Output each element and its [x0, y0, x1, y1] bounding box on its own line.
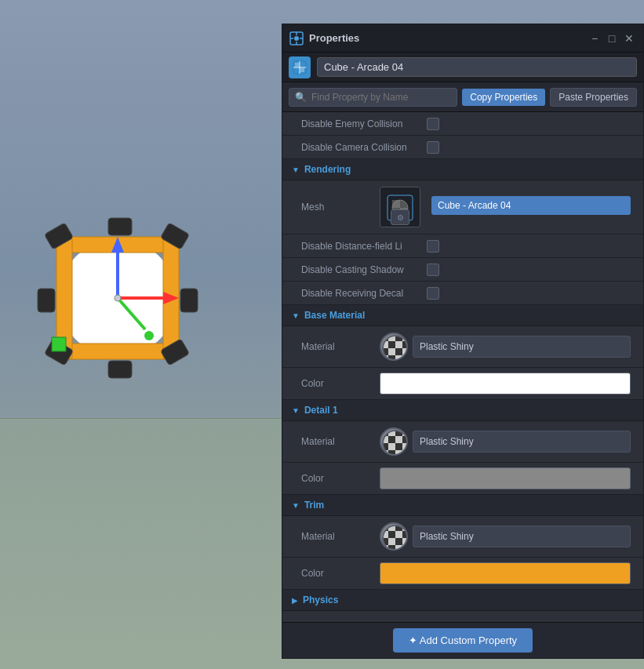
object-name-input[interactable]: [317, 57, 637, 77]
disable-receiving-decal-label: Disable Receiving Decal: [301, 288, 427, 299]
base-material-arrow-icon: ▼: [292, 311, 300, 320]
add-custom-property-button[interactable]: ✦ Add Custom Property: [393, 628, 533, 653]
base-material-label: Material: [301, 341, 380, 352]
detail1-material-name: Plastic Shiny: [413, 431, 631, 453]
trim-section-header[interactable]: ▼ Trim: [282, 495, 643, 516]
disable-enemy-checkbox[interactable]: [427, 118, 439, 130]
svg-rect-52: [402, 355, 408, 361]
disable-camera-value: [427, 141, 631, 154]
detail1-material-value: Plastic Shiny: [380, 427, 631, 456]
disable-enemy-label: Disable Enemy Collision: [301, 118, 427, 129]
properties-icon: [289, 31, 304, 46]
svg-rect-2: [56, 344, 179, 359]
cube-svg: [24, 204, 212, 392]
svg-rect-48: [402, 348, 408, 355]
disable-receiving-decal-row: Disable Receiving Decal: [282, 282, 643, 305]
svg-rect-84: [388, 538, 395, 545]
svg-rect-61: [388, 436, 395, 443]
mesh-button[interactable]: ⚙: [391, 209, 409, 225]
base-material-color-label: Color: [301, 378, 380, 389]
svg-point-22: [294, 36, 299, 41]
panel-titlebar: Properties − □ ✕: [282, 24, 643, 53]
disable-camera-collision-row: Disable Camera Collision: [282, 136, 643, 159]
trim-material-sphere[interactable]: [380, 522, 408, 551]
base-material-color-swatch[interactable]: [380, 373, 631, 394]
disable-camera-label: Disable Camera Collision: [301, 142, 427, 153]
base-material-sphere[interactable]: [380, 333, 408, 361]
mesh-label: Mesh: [301, 202, 380, 213]
disable-distance-field-label: Disable Distance-field Li: [301, 241, 427, 252]
svg-rect-43: [395, 341, 402, 348]
cube-object[interactable]: [24, 204, 235, 416]
minimize-button[interactable]: −: [587, 31, 602, 46]
close-button[interactable]: ✕: [621, 31, 637, 46]
svg-rect-62: [395, 436, 402, 443]
svg-rect-88: [388, 545, 395, 551]
disable-casting-shadow-label: Disable Casting Shadow: [301, 264, 427, 275]
svg-point-20: [115, 295, 121, 301]
physics-section-label: Physics: [303, 594, 338, 605]
svg-rect-90: [402, 545, 408, 551]
svg-rect-42: [388, 341, 395, 348]
detail1-color-label: Color: [301, 473, 380, 484]
search-icon: 🔍: [295, 92, 307, 103]
detail1-section-header[interactable]: ▼ Detail 1: [282, 400, 643, 421]
svg-rect-66: [395, 443, 402, 450]
copy-properties-button[interactable]: Copy Properties: [462, 89, 545, 106]
disable-enemy-value: [427, 118, 631, 130]
bottom-bar: ✦ Add Custom Property: [282, 622, 643, 658]
svg-rect-69: [388, 450, 395, 456]
physics-section-header[interactable]: ▶ Physics: [282, 590, 643, 611]
object-name-bar: [282, 53, 643, 82]
trim-arrow-icon: ▼: [292, 501, 300, 510]
svg-rect-85: [395, 538, 402, 545]
svg-rect-81: [395, 531, 402, 538]
trim-color-swatch[interactable]: [380, 562, 631, 584]
mesh-thumbnail: ⚙: [380, 187, 420, 227]
mesh-name: Cube - Arcade 04: [431, 196, 631, 215]
trim-color-row: Color: [282, 558, 643, 590]
svg-rect-89: [395, 545, 402, 551]
detail1-color-row: Color: [282, 463, 643, 495]
svg-point-18: [144, 331, 154, 340]
svg-rect-11: [108, 218, 132, 235]
base-material-section-header[interactable]: ▼ Base Material: [282, 305, 643, 326]
trim-material-label: Material: [301, 531, 380, 542]
disable-distance-checkbox[interactable]: [427, 240, 439, 253]
svg-rect-71: [402, 450, 408, 456]
svg-rect-9: [38, 289, 55, 312]
disable-casting-shadow-row: Disable Casting Shadow: [282, 258, 643, 282]
mesh-value: ⚙ Cube - Arcade 04: [380, 187, 631, 227]
svg-rect-37: [381, 334, 388, 341]
svg-rect-30: [295, 63, 299, 67]
detail1-section-label: Detail 1: [304, 405, 338, 416]
disable-receiving-checkbox[interactable]: [427, 287, 439, 300]
svg-rect-47: [395, 348, 402, 355]
detail1-material-sphere[interactable]: [380, 427, 408, 456]
svg-rect-56: [381, 429, 388, 436]
rendering-section-header[interactable]: ▼ Rendering: [282, 159, 643, 180]
svg-rect-86: [402, 538, 408, 545]
rendering-arrow-icon: ▼: [292, 165, 300, 174]
maximize-button[interactable]: □: [604, 31, 620, 46]
svg-rect-70: [395, 450, 402, 456]
search-input-wrap: 🔍: [289, 88, 457, 107]
properties-panel: Properties − □ ✕ 🔍 Copy Properties Paste…: [282, 24, 644, 659]
base-material-value: Plastic Shiny: [380, 333, 631, 361]
detail1-arrow-icon: ▼: [292, 406, 300, 415]
physics-arrow-icon: ▶: [292, 596, 298, 605]
detail1-color-swatch[interactable]: [380, 467, 631, 489]
mesh-info: Cube - Arcade 04: [431, 196, 631, 218]
paste-properties-button[interactable]: Paste Properties: [550, 88, 637, 107]
trim-section-label: Trim: [304, 500, 324, 511]
mesh-row: Mesh ⚙ Cube - Arcade 04: [282, 180, 643, 235]
base-material-section-label: Base Material: [304, 310, 365, 321]
svg-rect-67: [402, 443, 408, 450]
svg-rect-80: [388, 531, 395, 538]
search-input[interactable]: [289, 88, 457, 107]
disable-camera-checkbox[interactable]: [427, 141, 439, 154]
panel-content[interactable]: Disable Enemy Collision Disable Camera C…: [282, 112, 643, 658]
svg-rect-75: [381, 524, 388, 531]
disable-casting-checkbox[interactable]: [427, 264, 439, 276]
rendering-section-label: Rendering: [304, 164, 351, 175]
